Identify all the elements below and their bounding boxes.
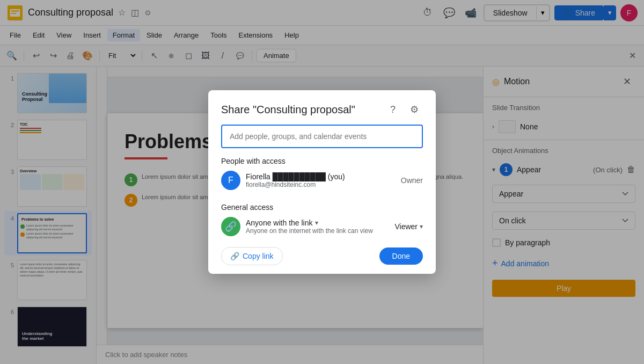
person-avatar: F (221, 171, 240, 190)
share-input[interactable] (221, 125, 423, 148)
modal-overlay[interactable]: Share "Consulting proposal" ? ⚙ People w… (0, 0, 644, 364)
modal-input-area (221, 125, 423, 148)
general-access-label: General access (221, 203, 423, 212)
access-icon: 🔗 (221, 217, 240, 236)
people-section: People with access F Fiorella ██████████… (208, 157, 436, 194)
help-icon-button[interactable]: ? (384, 101, 401, 118)
general-access-section: General access 🔗 Anyone with the link ▾ … (208, 194, 436, 241)
access-link-row[interactable]: Anyone with the link ▾ (246, 219, 389, 227)
modal-title: Share "Consulting proposal" (221, 104, 355, 116)
access-role-text: Viewer (394, 222, 418, 231)
person-name: Fiorella ██████████ (you) (246, 172, 396, 181)
access-role-row[interactable]: Viewer ▾ (394, 222, 423, 231)
people-section-label: People with access (221, 157, 423, 165)
access-link-text: Anyone with the link (246, 219, 313, 227)
copy-link-button[interactable]: 🔗 Copy link (221, 247, 283, 265)
person-info: Fiorella ██████████ (you) fiorella@hinds… (246, 172, 396, 188)
person-row: F Fiorella ██████████ (you) fiorella@hin… (221, 171, 423, 190)
person-role: Owner (401, 176, 423, 185)
done-button[interactable]: Done (379, 247, 423, 265)
access-dropdown-arrow-icon: ▾ (315, 219, 318, 227)
share-modal: Share "Consulting proposal" ? ⚙ People w… (208, 90, 436, 274)
access-row: 🔗 Anyone with the link ▾ Anyone on the i… (221, 217, 423, 236)
link-icon: 🔗 (230, 252, 239, 260)
access-description: Anyone on the internet with the link can… (246, 227, 389, 235)
copy-link-label: Copy link (243, 252, 274, 260)
modal-header-icons: ? ⚙ (384, 101, 423, 118)
person-email: fiorella@hindsiteinc.com (246, 181, 396, 188)
settings-icon-button[interactable]: ⚙ (406, 101, 423, 118)
access-role-chevron-icon: ▾ (420, 223, 423, 230)
access-info: Anyone with the link ▾ Anyone on the int… (246, 219, 389, 235)
modal-header: Share "Consulting proposal" ? ⚙ (208, 90, 436, 125)
modal-footer: 🔗 Copy link Done (208, 241, 436, 274)
